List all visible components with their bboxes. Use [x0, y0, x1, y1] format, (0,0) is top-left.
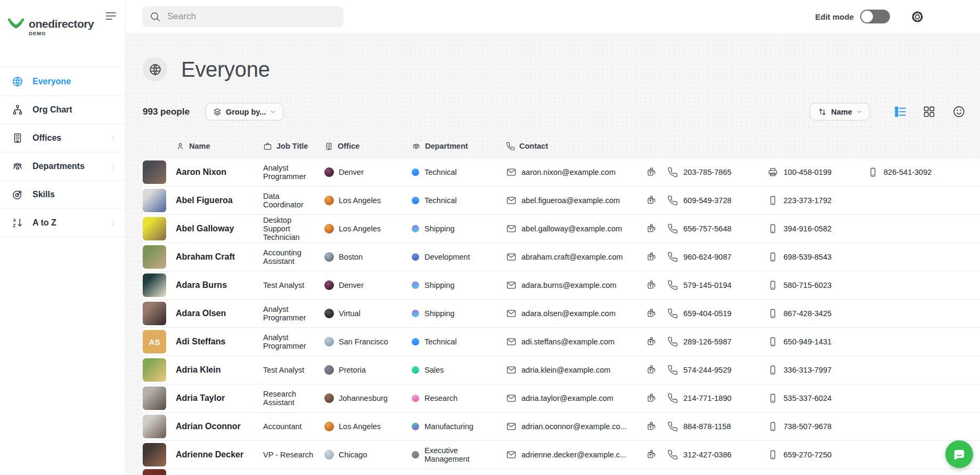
sidebar-item-offices[interactable]: Offices: [0, 124, 125, 152]
office-name[interactable]: Johannesburg: [339, 394, 388, 402]
teams-chat-button[interactable]: [646, 393, 667, 404]
teams-chat-button[interactable]: [646, 195, 667, 206]
table-row[interactable]: Aaron Nixon Analyst Programmer Denver Te…: [143, 158, 980, 187]
person-name[interactable]: Adara Burns: [176, 280, 227, 290]
column-header-job-title[interactable]: Job Title: [263, 142, 324, 151]
department-name[interactable]: Shipping: [424, 224, 454, 233]
phone-contact[interactable]: 312-427-0386: [667, 449, 767, 460]
sidebar-collapse-button[interactable]: [103, 10, 119, 24]
column-header-office[interactable]: Office: [324, 142, 412, 151]
department-name[interactable]: Research: [424, 394, 458, 402]
email-contact[interactable]: abraham.craft@example.com: [506, 252, 646, 262]
phone-contact[interactable]: 609-549-3728: [667, 195, 767, 206]
mobile-contact[interactable]: 580-715-6023: [767, 280, 868, 291]
sidebar-item-a-to-z[interactable]: AZ A to Z: [0, 209, 125, 237]
teams-chat-button[interactable]: [646, 308, 667, 319]
person-name[interactable]: Adrienne Decker: [176, 450, 243, 460]
phone-contact[interactable]: 289-126-5987: [667, 336, 767, 347]
department-name[interactable]: Manufacturing: [424, 422, 473, 431]
column-header-name[interactable]: Name: [176, 142, 263, 151]
column-header-contact[interactable]: Contact: [506, 142, 980, 151]
teams-chat-button[interactable]: [646, 336, 667, 347]
teams-chat-button[interactable]: [646, 280, 667, 291]
mobile-contact[interactable]: 223-373-1792: [767, 195, 868, 206]
table-row[interactable]: Adria Taylor Research Assistant Johannes…: [143, 384, 980, 413]
office-name[interactable]: Boston: [339, 253, 363, 261]
office-name[interactable]: Los Angeles: [339, 224, 381, 233]
edit-mode-toggle[interactable]: [860, 10, 890, 23]
mobile-contact[interactable]: 394-916-0582: [767, 223, 868, 234]
table-row[interactable]: AS Adi Steffans Analyst Programmer San F…: [143, 328, 980, 356]
phone-contact[interactable]: 214-771-1890: [667, 393, 767, 404]
table-row[interactable]: Adrian Oconnor Accountant Los Angeles Ma…: [143, 413, 980, 441]
sidebar-item-everyone[interactable]: Everyone: [0, 68, 125, 96]
smiley-view-button[interactable]: [952, 105, 966, 118]
department-name[interactable]: Executive Management: [424, 446, 484, 463]
phone-contact[interactable]: 574-244-9529: [667, 365, 767, 375]
mobile-contact[interactable]: 659-270-7250: [767, 449, 868, 460]
table-row[interactable]: Abel Figueroa Data Coordinator Los Angel…: [143, 187, 980, 215]
sort-button[interactable]: Name: [810, 103, 870, 120]
table-row[interactable]: Adara Burns Test Analyst Denver Shipping…: [143, 271, 980, 300]
office-name[interactable]: San Francisco: [339, 337, 388, 346]
mobile-contact[interactable]: 535-337-6024: [767, 393, 868, 404]
email-contact[interactable]: abel.galloway@example.com: [506, 223, 646, 234]
mobile-contact[interactable]: 738-507-9678: [767, 421, 868, 432]
phone-contact[interactable]: 659-404-0519: [667, 308, 767, 319]
teams-chat-button[interactable]: [646, 252, 667, 262]
department-name[interactable]: Technical: [424, 168, 456, 176]
mobile-contact[interactable]: 867-428-3425: [767, 308, 868, 319]
mobile-contact[interactable]: 826-541-3092: [868, 167, 968, 178]
email-contact[interactable]: adria.klein@example.com: [506, 365, 646, 375]
person-name[interactable]: Abel Figueroa: [176, 196, 233, 205]
teams-chat-button[interactable]: [646, 167, 667, 178]
person-name[interactable]: Adria Klein: [176, 365, 220, 375]
email-contact[interactable]: adara.burns@example.com: [506, 280, 646, 291]
department-name[interactable]: Shipping: [424, 309, 454, 318]
sidebar-item-skills[interactable]: Skills: [0, 181, 125, 209]
department-name[interactable]: Shipping: [424, 281, 454, 289]
sidebar-item-org-chart[interactable]: Org Chart: [0, 96, 125, 124]
search-box[interactable]: [142, 6, 344, 27]
department-name[interactable]: Sales: [424, 366, 444, 374]
phone-contact[interactable]: 884-878-1158: [667, 421, 767, 432]
office-name[interactable]: Denver: [339, 168, 364, 176]
table-row[interactable]: Adara Olsen Analyst Programmer Virtual S…: [143, 300, 980, 328]
phone-contact[interactable]: 203-785-7865: [667, 167, 767, 178]
chat-launcher-button[interactable]: [945, 440, 973, 468]
phone-contact[interactable]: 656-757-5648: [667, 223, 767, 234]
email-contact[interactable]: adi.steffans@example.com: [506, 336, 646, 347]
email-contact[interactable]: adrian.oconnor@example.co...: [506, 421, 646, 432]
office-name[interactable]: Virtual: [339, 309, 361, 318]
person-name[interactable]: Abraham Craft: [176, 252, 235, 262]
mobile-contact[interactable]: 698-539-8543: [767, 252, 868, 262]
mobile-contact[interactable]: 650-949-1431: [767, 336, 868, 347]
email-contact[interactable]: abel.figueroa@example.com: [506, 195, 646, 206]
person-name[interactable]: Adi Steffans: [176, 337, 225, 347]
table-row[interactable]: Adria Klein Test Analyst Pretoria Sales …: [143, 356, 980, 384]
group-by-button[interactable]: Group by...: [206, 103, 283, 120]
fax-contact[interactable]: 100-458-0199: [767, 167, 868, 178]
email-contact[interactable]: adara.olsen@example.com: [506, 308, 646, 319]
teams-chat-button[interactable]: [646, 365, 667, 375]
table-row[interactable]: Abraham Craft Accounting Assistant Bosto…: [143, 243, 980, 271]
office-name[interactable]: Denver: [339, 281, 364, 289]
person-name[interactable]: Adria Taylor: [176, 393, 225, 403]
email-contact[interactable]: adrienne.decker@example.c...: [506, 449, 646, 460]
settings-button[interactable]: [910, 10, 925, 24]
email-contact[interactable]: adria.taylor@example.com: [506, 393, 646, 404]
sidebar-item-departments[interactable]: Departments: [0, 152, 125, 181]
search-input[interactable]: [167, 11, 336, 22]
department-name[interactable]: Technical: [424, 337, 456, 346]
office-name[interactable]: Pretoria: [339, 366, 366, 374]
person-name[interactable]: Adara Olsen: [176, 309, 226, 318]
teams-chat-button[interactable]: [646, 449, 667, 460]
person-name[interactable]: Aaron Nixon: [176, 167, 226, 177]
office-name[interactable]: Los Angeles: [339, 196, 381, 205]
teams-chat-button[interactable]: [646, 421, 667, 432]
email-contact[interactable]: aaron.nixon@example.com: [506, 167, 646, 178]
phone-contact[interactable]: 960-624-9087: [667, 252, 767, 262]
table-row[interactable]: Abel Galloway Desktop Support Technician…: [143, 215, 980, 243]
grid-view-button[interactable]: [922, 105, 936, 118]
office-name[interactable]: Chicago: [339, 450, 367, 459]
